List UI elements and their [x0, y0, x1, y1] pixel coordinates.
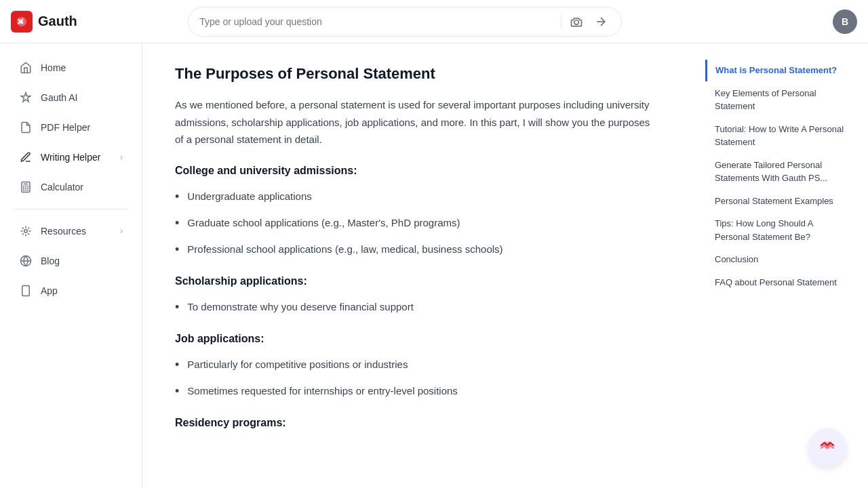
- sidebar-item-writing-label: Writing Helper: [41, 152, 100, 163]
- svg-point-14: [24, 230, 28, 233]
- calculator-icon: [19, 180, 33, 194]
- sidebar-item-home-label: Home: [41, 62, 66, 73]
- sidebar-item-resources-label: Resources: [41, 226, 86, 237]
- article-intro: As we mentioned before, a personal state…: [175, 96, 659, 148]
- svg-point-1: [574, 20, 579, 24]
- list-item: Undergraduate applications: [175, 188, 659, 206]
- svg-text:✕: ✕: [16, 16, 24, 27]
- home-icon: [19, 61, 33, 75]
- sidebar-item-blog-label: Blog: [41, 256, 60, 266]
- sidebar-item-calculator[interactable]: Calculator: [5, 174, 136, 201]
- logo-icon: ✕: [11, 11, 33, 33]
- pdf-icon: [19, 121, 33, 134]
- table-of-contents: What is Personal Statement? Key Elements…: [692, 43, 868, 488]
- sidebar-item-writing-helper[interactable]: Writing Helper ›: [5, 144, 136, 171]
- sidebar-item-calculator-label: Calculator: [41, 182, 83, 192]
- toc-item-faq[interactable]: FAQ about Personal Statement: [705, 272, 854, 293]
- bullet-list-2: Particularly for competitive positions o…: [175, 356, 659, 401]
- toc-item-what-is[interactable]: What is Personal Statement?: [705, 60, 854, 81]
- camera-button[interactable]: [567, 12, 586, 31]
- bullet-list-1: To demonstrate why you deserve financial…: [175, 298, 659, 317]
- sidebar-divider: [14, 209, 128, 209]
- sidebar-item-blog[interactable]: Blog: [5, 247, 136, 274]
- toc-item-tutorial[interactable]: Tutorial: How to Write A Personal Statem…: [705, 119, 854, 153]
- sidebar-item-pdf-label: PDF Helper: [41, 122, 90, 133]
- search-divider: [561, 15, 561, 28]
- search-submit-button[interactable]: [591, 12, 610, 31]
- header: ✕ Gauth B: [0, 0, 868, 43]
- main-layout: Home Gauth AI PDF Helper: [0, 43, 868, 488]
- search-input[interactable]: [199, 16, 555, 27]
- sidebar-item-home[interactable]: Home: [5, 54, 136, 81]
- bullet-list-0: Undergraduate applications Graduate scho…: [175, 188, 659, 259]
- section-heading-1: Scholarship applications:: [175, 275, 659, 287]
- sidebar-item-app-label: App: [41, 285, 58, 296]
- writing-icon: [19, 150, 33, 164]
- chevron-right-icon: ›: [120, 152, 123, 162]
- logo-name: Gauth: [38, 14, 77, 29]
- toc-item-generate[interactable]: Generate Tailored Personal Statements Wi…: [705, 155, 854, 189]
- sidebar-item-gauth-ai[interactable]: Gauth AI: [5, 84, 136, 111]
- toc-item-how-long[interactable]: Tips: How Long Should A Personal Stateme…: [705, 213, 854, 247]
- chevron-right-icon-resources: ›: [120, 226, 123, 236]
- ai-assistant-button[interactable]: [808, 428, 846, 466]
- list-item: Sometimes requested for internships or e…: [175, 382, 659, 401]
- list-item: To demonstrate why you deserve financial…: [175, 298, 659, 317]
- article-content: The Purposes of Personal Statement As we…: [142, 43, 692, 488]
- resources-icon: [19, 224, 33, 238]
- logo[interactable]: ✕ Gauth: [11, 11, 77, 33]
- article-title: The Purposes of Personal Statement: [175, 65, 659, 83]
- gauth-ai-icon: [19, 91, 33, 104]
- search-bar: [188, 7, 622, 37]
- blog-icon: [19, 254, 33, 268]
- section-heading-2: Job applications:: [175, 333, 659, 345]
- sidebar-item-app[interactable]: App: [5, 277, 136, 304]
- list-item: Graduate school applications (e.g., Mast…: [175, 214, 659, 232]
- sidebar-item-pdf-helper[interactable]: PDF Helper: [5, 114, 136, 141]
- sidebar: Home Gauth AI PDF Helper: [0, 43, 142, 488]
- section-heading-3: Residency programs:: [175, 417, 659, 429]
- sidebar-item-gauth-ai-label: Gauth AI: [41, 92, 77, 103]
- toc-item-examples[interactable]: Personal Statement Examples: [705, 190, 854, 212]
- toc-item-key-elements[interactable]: Key Elements of Personal Statement: [705, 83, 854, 117]
- avatar[interactable]: B: [833, 9, 857, 34]
- section-heading-0: College and university admissions:: [175, 165, 659, 177]
- app-icon: [19, 284, 33, 298]
- list-item: Particularly for competitive positions o…: [175, 356, 659, 374]
- toc-item-conclusion[interactable]: Conclusion: [705, 249, 854, 270]
- sidebar-item-resources[interactable]: Resources ›: [5, 218, 136, 245]
- ai-float-icon: [818, 436, 837, 459]
- list-item: Professional school applications (e.g., …: [175, 241, 659, 259]
